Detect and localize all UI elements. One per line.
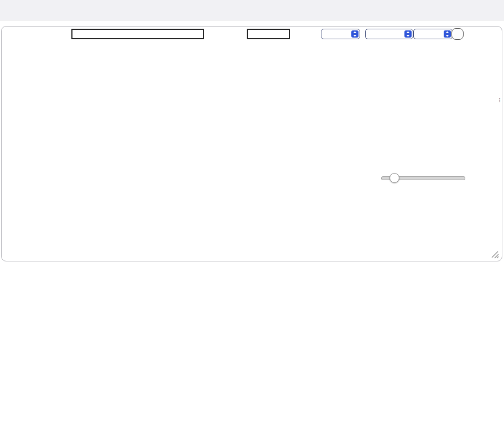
- rrg-app: ⁝: [0, 0, 504, 430]
- tail-length-slider-handle[interactable]: [389, 173, 399, 183]
- drag-handle-icon[interactable]: ⁝: [498, 98, 501, 102]
- select-stepper-icon: [444, 30, 451, 38]
- period-select[interactable]: [365, 29, 413, 39]
- resize-handle-icon[interactable]: [490, 250, 499, 259]
- rrg-chart[interactable]: [30, 46, 325, 242]
- groups-select[interactable]: [321, 29, 360, 39]
- symbols-input[interactable]: [71, 29, 204, 39]
- frequency-select[interactable]: [413, 29, 453, 39]
- update-button[interactable]: [451, 28, 464, 40]
- select-stepper-icon: [351, 30, 358, 38]
- select-stepper-icon: [404, 30, 412, 38]
- benchmark-chart[interactable]: [330, 49, 477, 161]
- benchmark-input[interactable]: [247, 29, 290, 39]
- titlebar: [0, 0, 504, 20]
